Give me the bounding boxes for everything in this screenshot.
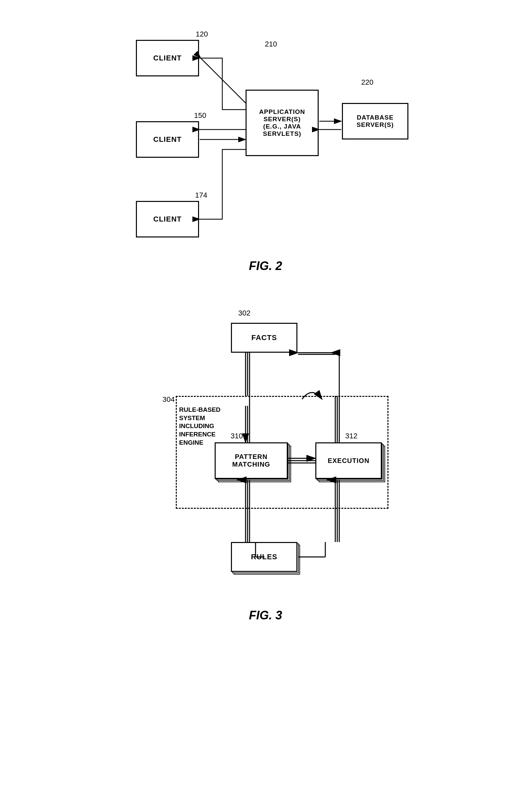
fig3-diagram: 302 304 310 312 306 RULE-BASED SYSTEM IN… — [116, 303, 415, 602]
pattern-matching-box: PATTERN MATCHING — [215, 443, 288, 479]
svg-line-2 — [201, 58, 246, 103]
ref-210: 210 — [265, 40, 277, 48]
fig2-diagram: 120 150 174 210 220 CLIENT CLIENT CLIENT… — [116, 27, 415, 252]
client1-box: CLIENT — [136, 40, 199, 76]
fig2-caption: FIG. 2 — [249, 259, 282, 273]
ref-120: 120 — [196, 30, 208, 39]
facts-box: FACTS — [231, 323, 297, 353]
ref-150: 150 — [194, 111, 206, 120]
app-server-box: APPLICATION SERVER(S) (E.G., JAVA SERVLE… — [246, 90, 319, 156]
db-server-box: DATABASE SERVER(S) — [342, 103, 408, 140]
client2-box: CLIENT — [136, 121, 199, 158]
ref-304: 304 — [162, 395, 175, 404]
fig3-caption: FIG. 3 — [249, 608, 282, 622]
page-content: 120 150 174 210 220 CLIENT CLIENT CLIENT… — [0, 0, 531, 646]
rules-box: RULES — [231, 542, 297, 572]
client3-box: CLIENT — [136, 201, 199, 237]
ref-302: 302 — [238, 309, 250, 318]
execution-box: EXECUTION — [315, 443, 382, 479]
rule-based-label: RULE-BASED SYSTEM INCLUDING INFERENCE EN… — [179, 406, 221, 447]
ref-220: 220 — [361, 78, 373, 87]
ref-174: 174 — [195, 191, 207, 200]
